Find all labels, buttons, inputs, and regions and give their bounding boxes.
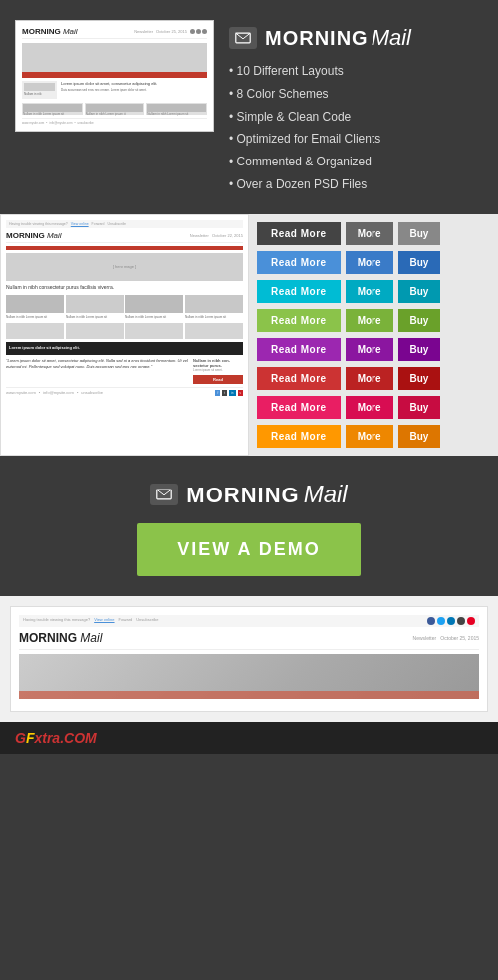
read-more-btn-0[interactable]: Read More — [257, 222, 341, 245]
demo-mail-icon — [150, 484, 178, 505]
read-more-btn-7[interactable]: Read More — [257, 425, 341, 448]
buttons-panel: Read More More Buy Read More More Buy Re… — [249, 214, 498, 456]
more-btn-2[interactable]: More — [346, 280, 393, 303]
button-row-2: Read More More Buy — [257, 280, 490, 303]
grid-cell-3: Nullam in nibh Lorem ipsum sit — [146, 103, 207, 115]
more-btn-5[interactable]: More — [346, 367, 393, 390]
read-more-btn-3[interactable]: Read More — [257, 309, 341, 332]
buy-btn-3[interactable]: Buy — [398, 309, 441, 332]
feature-6: • Over a Dozen PSD Files — [229, 176, 483, 193]
image-grid — [6, 295, 243, 313]
bottom-hero-image — [19, 654, 479, 699]
grid-cell-2: Nullam in nibh Lorem ipsum sit — [85, 103, 145, 115]
demo-brand-name-mail: Mail — [304, 481, 348, 508]
brand-title: MORNING Mail — [229, 25, 483, 51]
read-more-btn-1[interactable]: Read More — [257, 251, 341, 274]
read-more-btn-6[interactable]: Read More — [257, 396, 341, 419]
read-more-btn-2[interactable]: Read More — [257, 280, 341, 303]
button-row-6: Read More More Buy — [257, 396, 490, 419]
hero-color-overlay — [19, 691, 479, 699]
buy-btn-4[interactable]: Buy — [398, 338, 441, 361]
brand-name-mail: Mail — [372, 25, 411, 51]
features-section: MORNING Mail • 10 Different Layouts • 8 … — [229, 20, 483, 199]
email-footer: www.mysite.com • info@mysite.com • unsub… — [6, 387, 243, 396]
more-btn-4[interactable]: More — [346, 338, 393, 361]
buy-btn-6[interactable]: Buy — [398, 396, 441, 419]
mockup-content: Nullam in nib Lorem ipsum dolor sit amet… — [22, 81, 207, 99]
buy-btn-1[interactable]: Buy — [398, 251, 441, 274]
read-more-btn-4[interactable]: Read More — [257, 338, 341, 361]
brand-name-morning: MORNING — [265, 27, 369, 50]
button-row-4: Read More More Buy — [257, 338, 490, 361]
buy-btn-5[interactable]: Buy — [398, 367, 441, 390]
feature-3: • Simple & Clean Code — [229, 109, 483, 126]
top-section: MORNING Mail NewsletterOctober 25, 2015 … — [0, 0, 498, 214]
bottom-email-preview: Having trouble viewing this message? Vie… — [10, 606, 488, 712]
more-btn-3[interactable]: More — [346, 309, 393, 332]
button-row-0: Read More More Buy — [257, 222, 490, 245]
mockup-nav: NewsletterOctober 25, 2015 — [134, 29, 207, 34]
button-row-5: Read More More Buy — [257, 367, 490, 390]
mockup-grid: Nullam in nibh Lorem ipsum sit Nullam in… — [22, 103, 207, 115]
button-row-1: Read More More Buy — [257, 251, 490, 274]
buy-btn-7[interactable]: Buy — [398, 425, 441, 448]
feature-2: • 8 Color Schemes — [229, 86, 483, 103]
feature-4: • Optimized for Email Clients — [229, 131, 483, 148]
middle-section: Having trouble viewing this message? Vie… — [0, 214, 498, 456]
more-btn-0[interactable]: More — [346, 222, 393, 245]
demo-section: MORNING Mail VIEW A DEMO — [0, 456, 498, 596]
read-more-btn-5[interactable]: Read More — [257, 367, 341, 390]
watermark-bar: GFxtra.COM — [0, 722, 498, 754]
mail-icon — [229, 27, 257, 49]
watermark-text: GFxtra.COM — [15, 730, 97, 746]
more-btn-1[interactable]: More — [346, 251, 393, 274]
view-demo-button[interactable]: VIEW A DEMO — [137, 523, 361, 576]
mockup-main-content: Lorem ipsum dolor sit amet, consectetur … — [61, 81, 207, 99]
grid-cell-1: Nullam in nibh Lorem ipsum sit — [22, 103, 83, 115]
email-preview-full: Having trouble viewing this message? Vie… — [0, 214, 249, 456]
more-btn-6[interactable]: More — [346, 396, 393, 419]
mockup-header: MORNING Mail NewsletterOctober 25, 2015 — [22, 27, 207, 39]
mockup-logo: MORNING Mail — [22, 27, 78, 36]
email-body-text: Nullam in nibh consectetur purus facilis… — [6, 284, 243, 292]
more-btn-7[interactable]: More — [346, 425, 393, 448]
demo-brand: MORNING Mail — [150, 481, 347, 508]
email-mockup-preview: MORNING Mail NewsletterOctober 25, 2015 … — [15, 20, 214, 132]
buy-btn-0[interactable]: Buy — [398, 222, 441, 245]
demo-brand-name-morning: MORNING — [186, 483, 299, 508]
feature-1: • 10 Different Layouts — [229, 63, 483, 80]
bottom-preview-section: Having trouble viewing this message? Vie… — [0, 596, 498, 722]
email-quote: "Lorem ipsum dolor sit amet, consectetur… — [6, 358, 189, 369]
button-row-3: Read More More Buy — [257, 309, 490, 332]
feature-5: • Commented & Organized — [229, 154, 483, 170]
dark-content-section: Lorem ipsum dolor sit adipiscing elit. — [6, 342, 243, 355]
buy-btn-2[interactable]: Buy — [398, 280, 441, 303]
button-row-7: Read More More Buy — [257, 425, 490, 448]
bottom-email-header: MORNING Mail Newsletter October 25, 2015 — [19, 631, 479, 650]
